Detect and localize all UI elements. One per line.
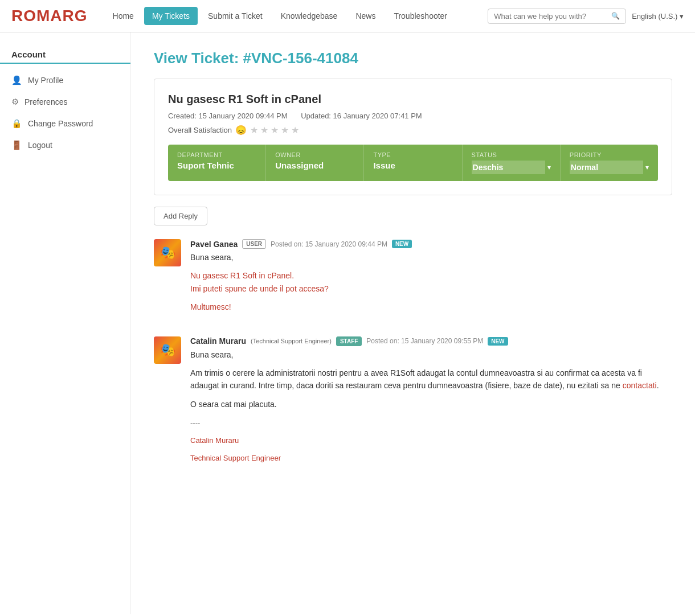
avatar-icon-pavel: 🎭 bbox=[160, 245, 175, 260]
sidebar-item-change-password[interactable]: 🔒 Change Password bbox=[0, 113, 130, 134]
nav-troubleshooter[interactable]: Troubleshooter bbox=[386, 7, 455, 25]
info-priority: PRIORITY Normal High Critical ▾ bbox=[561, 145, 658, 181]
comment-2: 🎭 Catalin Muraru (Technical Support Engi… bbox=[154, 336, 672, 470]
department-value: Suport Tehnic bbox=[177, 161, 256, 170]
info-type: TYPE Issue bbox=[364, 145, 462, 181]
star-3[interactable]: ★ bbox=[271, 125, 279, 135]
comment-badge-1: USER bbox=[242, 239, 266, 249]
page-title: View Ticket: #VNC-156-41084 bbox=[154, 50, 672, 67]
info-owner: OWNER Unassigned bbox=[266, 145, 364, 181]
comment-badge-2: STAFF bbox=[336, 336, 362, 346]
satisfaction-stars: ★ ★ ★ ★ ★ bbox=[250, 125, 299, 135]
status-wrapper: Deschis Inchis ▾ bbox=[472, 161, 551, 174]
new-badge-1: NEW bbox=[392, 240, 412, 248]
nav-news[interactable]: News bbox=[348, 7, 383, 25]
sidebar-label-change-password: Change Password bbox=[28, 119, 93, 128]
comment-header-2: Catalin Muraru (Technical Support Engine… bbox=[190, 336, 672, 346]
nav-home[interactable]: Home bbox=[105, 7, 142, 25]
ticket-subject: Nu gasesc R1 Soft in cPanel bbox=[168, 93, 658, 106]
comment-signature-2: ---- Catalin Muraru Technical Support En… bbox=[190, 417, 672, 464]
nav-my-tickets[interactable]: My Tickets bbox=[144, 7, 198, 25]
comment-header-1: Pavel Ganea USER Posted on: 15 January 2… bbox=[190, 239, 672, 249]
department-label: DEPARTMENT bbox=[177, 151, 256, 158]
info-department: DEPARTMENT Suport Tehnic bbox=[168, 145, 266, 181]
ticket-meta: Created: 15 January 2020 09:44 PM Update… bbox=[168, 112, 658, 120]
sidebar-title: Account bbox=[0, 44, 130, 64]
language-selector[interactable]: English (U.S.) ▾ bbox=[632, 12, 684, 20]
header: ROMARG Home My Tickets Submit a Ticket K… bbox=[0, 0, 695, 32]
star-4[interactable]: ★ bbox=[281, 125, 289, 135]
satisfaction-emoji: 😞 bbox=[235, 125, 247, 135]
avatar-catalin: 🎭 bbox=[154, 336, 181, 364]
main-content: View Ticket: #VNC-156-41084 Nu gasesc R1… bbox=[131, 32, 695, 614]
nav-submit-ticket[interactable]: Submit a Ticket bbox=[200, 7, 271, 25]
comment-date-2: Posted on: 15 January 2020 09:55 PM bbox=[366, 337, 483, 345]
new-badge-2: NEW bbox=[488, 337, 508, 346]
status-label: STATUS bbox=[472, 151, 551, 158]
comment-body-1: Pavel Ganea USER Posted on: 15 January 2… bbox=[190, 239, 672, 319]
star-1[interactable]: ★ bbox=[250, 125, 258, 135]
layout: Account 👤 My Profile ⚙ Preferences 🔒 Cha… bbox=[0, 32, 695, 614]
status-select[interactable]: Deschis Inchis bbox=[472, 161, 545, 174]
comment-author-2: Catalin Muraru bbox=[190, 336, 246, 346]
search-icon: 🔍 bbox=[611, 12, 620, 20]
satisfaction-row: Overall Satisfaction 😞 ★ ★ ★ ★ ★ bbox=[168, 125, 658, 135]
ticket-created: Created: 15 January 2020 09:44 PM bbox=[168, 112, 288, 120]
lock-icon: 🔒 bbox=[11, 118, 22, 129]
comment-1: 🎭 Pavel Ganea USER Posted on: 15 January… bbox=[154, 239, 672, 319]
comment-date-1: Posted on: 15 January 2020 09:44 PM bbox=[271, 240, 387, 248]
star-5[interactable]: ★ bbox=[291, 125, 299, 135]
logo: ROMARG bbox=[11, 7, 88, 25]
sidebar-item-preferences[interactable]: ⚙ Preferences bbox=[0, 91, 130, 113]
sidebar-label-logout: Logout bbox=[28, 141, 52, 150]
type-label: TYPE bbox=[373, 151, 452, 158]
comments-list: 🎭 Pavel Ganea USER Posted on: 15 January… bbox=[154, 239, 672, 470]
preferences-icon: ⚙ bbox=[11, 97, 19, 107]
satisfaction-label: Overall Satisfaction bbox=[168, 126, 232, 134]
ticket-updated: Updated: 16 January 2020 07:41 PM bbox=[301, 112, 422, 120]
ticket-id: #VNC-156-41084 bbox=[243, 50, 358, 67]
avatar-pavel: 🎭 bbox=[154, 239, 181, 266]
nav-knowledgebase[interactable]: Knowledgebase bbox=[273, 7, 346, 25]
sidebar-item-logout[interactable]: 🚪 Logout bbox=[0, 134, 130, 156]
profile-icon: 👤 bbox=[11, 75, 22, 85]
sidebar-label-profile: My Profile bbox=[28, 76, 63, 85]
priority-dropdown-arrow: ▾ bbox=[645, 163, 649, 171]
sidebar-item-profile[interactable]: 👤 My Profile bbox=[0, 69, 130, 91]
comment-role-tag-2: (Technical Support Engineer) bbox=[251, 338, 332, 344]
owner-label: OWNER bbox=[275, 151, 354, 158]
page-title-prefix: View Ticket: bbox=[154, 50, 243, 67]
type-value: Issue bbox=[373, 161, 452, 170]
ticket-info-bar: DEPARTMENT Suport Tehnic OWNER Unassigne… bbox=[168, 145, 658, 181]
status-dropdown-arrow: ▾ bbox=[547, 163, 551, 171]
comment-body-2: Catalin Muraru (Technical Support Engine… bbox=[190, 336, 672, 470]
sig-title: Technical Support Engineer bbox=[190, 453, 672, 465]
info-status: STATUS Deschis Inchis ▾ bbox=[463, 145, 561, 181]
add-reply-button[interactable]: Add Reply bbox=[154, 207, 207, 225]
star-2[interactable]: ★ bbox=[260, 125, 268, 135]
search-input[interactable] bbox=[494, 12, 608, 20]
logout-icon: 🚪 bbox=[11, 140, 22, 150]
main-nav: Home My Tickets Submit a Ticket Knowledg… bbox=[105, 7, 488, 25]
comment-text-1: Buna seara, Nu gasesc R1 Soft in cPanel.… bbox=[190, 251, 672, 314]
sig-dashes: ---- bbox=[190, 417, 672, 429]
comment-text-2: Buna seara, Am trimis o cerere la admini… bbox=[190, 348, 672, 465]
priority-label: PRIORITY bbox=[570, 151, 649, 158]
header-right: 🔍 English (U.S.) ▾ bbox=[488, 9, 684, 24]
ticket-card: Nu gasesc R1 Soft in cPanel Created: 15 … bbox=[154, 79, 672, 195]
sig-name: Catalin Muraru bbox=[190, 435, 672, 447]
priority-select[interactable]: Normal High Critical bbox=[570, 161, 643, 174]
avatar-icon-catalin: 🎭 bbox=[160, 343, 175, 358]
sidebar-label-preferences: Preferences bbox=[24, 97, 67, 106]
priority-wrapper: Normal High Critical ▾ bbox=[570, 161, 649, 174]
owner-value: Unassigned bbox=[275, 161, 354, 170]
search-box: 🔍 bbox=[488, 9, 626, 24]
comment-author-1: Pavel Ganea bbox=[190, 240, 238, 249]
sidebar: Account 👤 My Profile ⚙ Preferences 🔒 Cha… bbox=[0, 32, 131, 614]
